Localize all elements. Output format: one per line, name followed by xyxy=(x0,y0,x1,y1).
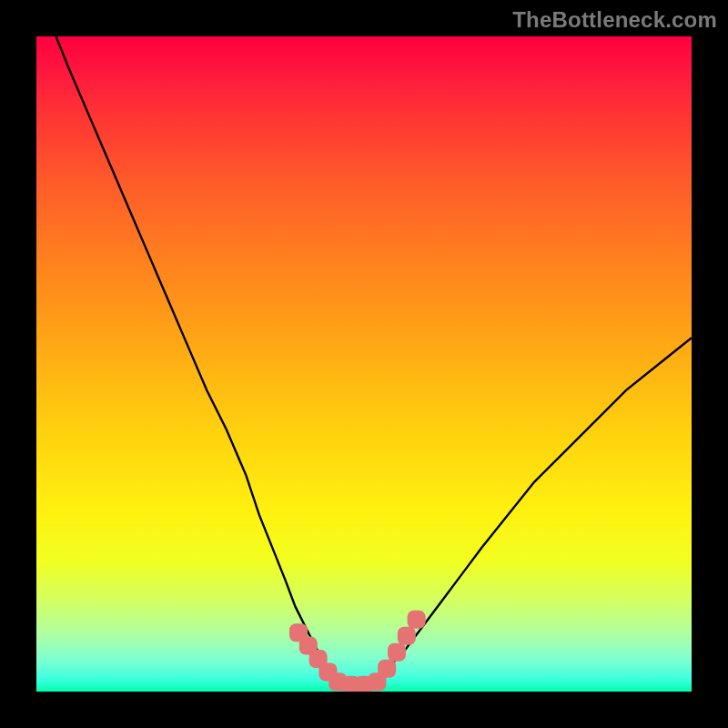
curve-marker xyxy=(398,627,416,645)
bottleneck-curve xyxy=(56,36,692,685)
curve-marker xyxy=(408,611,426,629)
chart-frame: TheBottleneck.com xyxy=(0,0,728,728)
watermark-credit: TheBottleneck.com xyxy=(512,7,717,33)
curve-marker xyxy=(388,643,406,662)
chart-overlay xyxy=(36,36,692,692)
curve-marker xyxy=(378,660,396,678)
curve-markers xyxy=(289,611,426,692)
